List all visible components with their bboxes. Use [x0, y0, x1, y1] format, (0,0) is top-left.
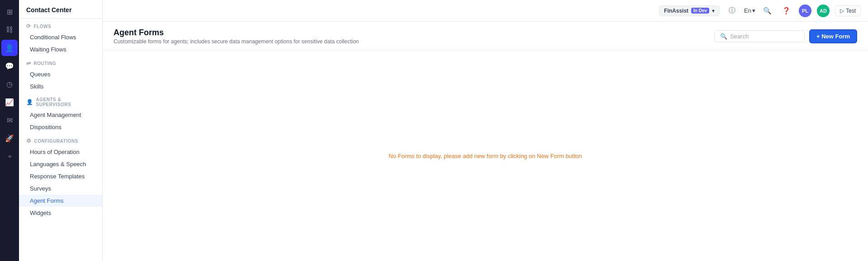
search-placeholder: Search [730, 33, 749, 40]
user-circle-icon[interactable]: ⚬ [1, 148, 18, 164]
sidebar-item-languages-speech[interactable]: Languages & Speech [19, 158, 102, 170]
sidebar-item-skills[interactable]: Skills [19, 80, 102, 93]
search-box-icon: 🔍 [720, 33, 727, 40]
rocket-icon[interactable]: 🚀 [1, 130, 18, 146]
search-icon[interactable]: 🔍 [761, 4, 774, 18]
configurations-section-label: ⚙ CONFIGURATIONS [19, 133, 102, 146]
sidebar-item-agent-management[interactable]: Agent Management [19, 109, 102, 121]
sidebar-item-dispositions[interactable]: Dispositions [19, 121, 102, 133]
team-icon[interactable]: ⛓ [1, 22, 18, 38]
content-header-right: 🔍 Search + New Form [714, 29, 857, 43]
sidebar: Contact Center ⟳ FLOWS Conditional Flows… [19, 0, 103, 261]
sidebar-item-hours-of-operation[interactable]: Hours of Operation [19, 146, 102, 158]
agent-icon[interactable]: 👤 [1, 40, 18, 56]
page-title: Agent Forms [114, 28, 359, 37]
language-selector[interactable]: En ▾ [744, 7, 755, 14]
sidebar-item-waiting-flows[interactable]: Waiting Flows [19, 43, 102, 56]
sidebar-item-surveys[interactable]: Surveys [19, 182, 102, 195]
language-label: En [744, 7, 751, 14]
flows-section-label: ⟳ FLOWS [19, 19, 102, 31]
page-subtitle: Customizable forms for agents; includes … [114, 38, 359, 45]
sidebar-item-agent-forms[interactable]: Agent Forms [19, 195, 102, 207]
clock-icon[interactable]: ◷ [1, 76, 18, 92]
topbar: FinAssist In Dev ▾ ⓘ En ▾ 🔍 ❓ PL AD ▷ Te… [103, 0, 868, 22]
workspace-selector[interactable]: FinAssist In Dev ▾ [659, 5, 720, 16]
test-label: Test [846, 8, 856, 14]
test-icon: ▷ [840, 8, 844, 14]
flows-section-icon: ⟳ [26, 23, 31, 29]
content-header-left: Agent Forms Customizable forms for agent… [114, 28, 359, 45]
sidebar-header: Contact Center [19, 0, 102, 19]
search-box[interactable]: 🔍 Search [714, 30, 805, 42]
sidebar-item-response-templates[interactable]: Response Templates [19, 170, 102, 182]
sidebar-item-queues[interactable]: Queues [19, 68, 102, 80]
workspace-name: FinAssist [664, 8, 688, 14]
content-body: No Forms to display, please add new form… [103, 51, 868, 261]
configurations-section-icon: ⚙ [26, 138, 32, 144]
grid-icon[interactable]: ⊞ [1, 4, 18, 20]
message-icon[interactable]: ✉ [1, 112, 18, 128]
empty-message: No Forms to display, please add new form… [389, 153, 582, 159]
routing-section-label: ⇌ ROUTING [19, 56, 102, 68]
workspace-chevron-icon: ▾ [712, 8, 715, 14]
main-area: FinAssist In Dev ▾ ⓘ En ▾ 🔍 ❓ PL AD ▷ Te… [103, 0, 868, 261]
sidebar-item-widgets[interactable]: Widgets [19, 207, 102, 219]
sidebar-item-conditional-flows[interactable]: Conditional Flows [19, 31, 102, 43]
agents-section-label: 👤 AGENTS & SUPERVISORS [19, 93, 102, 109]
info-icon[interactable]: ⓘ [725, 4, 739, 18]
language-chevron-icon: ▾ [752, 7, 755, 14]
help-icon[interactable]: ❓ [780, 4, 793, 18]
avatar-ad[interactable]: AD [817, 5, 830, 17]
agents-section-icon: 👤 [26, 99, 33, 105]
chart-icon[interactable]: 📈 [1, 94, 18, 110]
content-header: Agent Forms Customizable forms for agent… [103, 22, 868, 51]
new-form-button[interactable]: + New Form [809, 29, 857, 43]
icon-bar: ⊞ ⛓ 👤 💬 ◷ 📈 ✉ 🚀 ⚬ [0, 0, 19, 261]
avatar-pl[interactable]: PL [799, 5, 811, 17]
test-button[interactable]: ▷ Test [835, 5, 861, 16]
workspace-badge: In Dev [691, 8, 709, 14]
routing-section-icon: ⇌ [26, 60, 31, 66]
chat-icon[interactable]: 💬 [1, 58, 18, 74]
